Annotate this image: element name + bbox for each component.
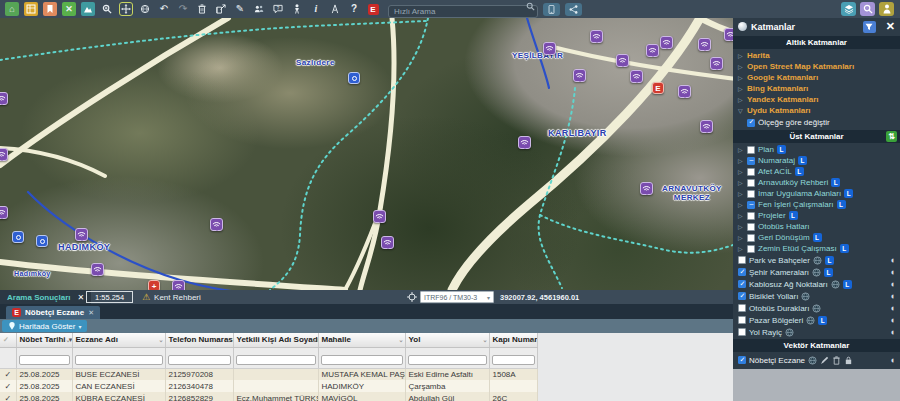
row-select-cell[interactable]: ✓ bbox=[0, 392, 16, 401]
pan-button[interactable] bbox=[119, 2, 133, 16]
opacity-toggle[interactable]: ◐ bbox=[891, 304, 896, 313]
projection-select[interactable]: ITRF96 / TM30-3 ▾ bbox=[420, 291, 494, 303]
table-row[interactable]: ✓25.08.2025KÜBRA ECZANESİ2126852829Ecz.M… bbox=[0, 392, 537, 401]
table-header-cell[interactable]: ✓ bbox=[0, 333, 16, 347]
expander-icon[interactable]: ▷ bbox=[738, 74, 744, 81]
measure-button[interactable] bbox=[328, 2, 342, 16]
wifi-marker[interactable] bbox=[660, 36, 673, 49]
row-select-cell[interactable]: ✓ bbox=[0, 368, 16, 380]
layer-row[interactable]: ▷ProjelerL bbox=[733, 210, 900, 221]
wifi-marker[interactable] bbox=[172, 280, 185, 290]
column-menu-icon[interactable]: ⌄ bbox=[65, 336, 70, 343]
globe-button[interactable] bbox=[138, 2, 152, 16]
wifi-marker[interactable] bbox=[710, 57, 723, 70]
legend-badge[interactable]: L bbox=[824, 268, 833, 277]
layer-row[interactable]: Kablosuz Ağ NoktalarıL◐ bbox=[733, 278, 900, 290]
layer-row[interactable]: ▷PlanL bbox=[733, 144, 900, 155]
layer-row[interactable]: ▷İmar Uygulama AlanlarıL bbox=[733, 188, 900, 199]
table-row[interactable]: ✓25.08.2025BUSE ECZANESİ2125970208MUSTAF… bbox=[0, 368, 537, 380]
layer-checkbox[interactable] bbox=[747, 212, 755, 220]
expander-icon[interactable]: ▷ bbox=[738, 52, 744, 59]
group-button[interactable] bbox=[252, 2, 266, 16]
wifi-marker[interactable] bbox=[630, 70, 643, 83]
expander-icon[interactable]: ▷ bbox=[738, 223, 744, 230]
layer-row[interactable]: ▷Arnavutköy RehberiL bbox=[733, 177, 900, 188]
help-button[interactable]: ? bbox=[347, 2, 361, 16]
show-on-map-button[interactable]: Haritada Göster ▾ bbox=[2, 320, 87, 332]
layer-row[interactable]: ▷NumaratajL bbox=[733, 155, 900, 166]
layer-checkbox[interactable] bbox=[738, 356, 746, 364]
draw-button[interactable]: ✎ bbox=[233, 2, 247, 16]
home-button[interactable]: ⌂ bbox=[5, 2, 19, 16]
filter-input[interactable] bbox=[408, 355, 487, 365]
wifi-marker[interactable] bbox=[616, 54, 629, 67]
legend-badge[interactable]: L bbox=[777, 145, 786, 154]
layers-panel-button[interactable] bbox=[841, 2, 856, 16]
layer-checkbox[interactable] bbox=[747, 201, 755, 209]
search-results-tab[interactable]: Arama Sonuçları ✕ bbox=[0, 290, 91, 304]
wifi-marker[interactable] bbox=[518, 136, 531, 149]
wifi-marker[interactable] bbox=[640, 182, 653, 195]
filter-input[interactable] bbox=[492, 355, 535, 365]
table-header-cell[interactable]: Yetkili Kişi Adı Soyadı⌄ bbox=[233, 333, 318, 347]
layer-checkbox[interactable] bbox=[738, 256, 746, 264]
row-select-cell[interactable]: ✓ bbox=[0, 380, 16, 392]
layer-row[interactable]: ▷Otobüs Hatları bbox=[733, 221, 900, 232]
blue-poi-marker[interactable] bbox=[36, 235, 48, 247]
opacity-toggle[interactable]: ◐ bbox=[891, 356, 896, 365]
layer-checkbox[interactable] bbox=[738, 280, 746, 288]
feedback-button[interactable]: ? bbox=[271, 2, 285, 16]
opacity-toggle[interactable]: ◐ bbox=[891, 292, 896, 301]
delete-button[interactable] bbox=[195, 2, 209, 16]
wifi-marker[interactable] bbox=[543, 42, 556, 55]
opacity-toggle[interactable]: ◐ bbox=[891, 316, 896, 325]
layer-checkbox[interactable] bbox=[747, 146, 755, 154]
expander-icon[interactable]: ▷ bbox=[738, 201, 744, 208]
blue-poi-marker[interactable] bbox=[348, 72, 360, 84]
filter-input[interactable] bbox=[168, 355, 231, 365]
layer-row[interactable]: ▷Geri DönüşümL bbox=[733, 232, 900, 243]
layer-checkbox[interactable] bbox=[738, 268, 746, 276]
column-menu-icon[interactable]: ⌄ bbox=[398, 336, 403, 343]
scale-change-option[interactable]: Ölçeğe göre değiştir bbox=[733, 116, 900, 129]
legend-badge[interactable]: L bbox=[825, 256, 834, 265]
base-layer-row[interactable]: ▷Google Katmanları bbox=[733, 72, 900, 83]
opacity-toggle[interactable]: ◐ bbox=[891, 328, 896, 337]
vector-layer-row[interactable]: Nöbetçi Eczane◐ bbox=[733, 353, 900, 367]
lock-icon[interactable] bbox=[844, 356, 853, 365]
export-button[interactable] bbox=[214, 2, 228, 16]
red-poi-marker[interactable]: E bbox=[652, 82, 664, 94]
layer-checkbox[interactable] bbox=[747, 168, 755, 176]
layer-checkbox[interactable] bbox=[738, 292, 746, 300]
redo-button[interactable]: ↷ bbox=[176, 2, 190, 16]
trash-icon[interactable] bbox=[832, 356, 841, 365]
column-menu-icon[interactable]: ⌄ bbox=[226, 336, 231, 343]
legend-badge[interactable]: L bbox=[844, 189, 853, 198]
filter-input[interactable] bbox=[19, 355, 70, 365]
legend-badge[interactable]: L bbox=[813, 233, 822, 242]
share-button[interactable] bbox=[565, 3, 582, 16]
filter-input[interactable] bbox=[75, 355, 163, 365]
filter-input[interactable] bbox=[236, 355, 316, 365]
legend-badge[interactable]: L bbox=[843, 280, 852, 289]
legend-badge[interactable]: L bbox=[818, 316, 827, 325]
edit-icon[interactable] bbox=[820, 356, 829, 365]
expander-icon[interactable]: ▷ bbox=[738, 245, 744, 252]
legend-badge[interactable]: L bbox=[795, 167, 804, 176]
user-panel-button[interactable] bbox=[879, 2, 894, 16]
info-button[interactable]: i bbox=[309, 2, 323, 16]
expander-icon[interactable]: ▷ bbox=[738, 212, 744, 219]
expander-icon[interactable]: ▷ bbox=[738, 96, 744, 103]
table-header-cell[interactable]: Mahalle⌄ bbox=[318, 333, 405, 347]
layer-checkbox[interactable] bbox=[747, 245, 755, 253]
layer-row[interactable]: Bisiklet Yolları◐ bbox=[733, 290, 900, 302]
expander-icon[interactable]: ▷ bbox=[738, 168, 744, 175]
undo-button[interactable]: ↶ bbox=[157, 2, 171, 16]
layer-row[interactable]: ▷Zemin Etüd ÇalışmasıL bbox=[733, 243, 900, 254]
eczane-button[interactable]: E bbox=[366, 2, 380, 16]
wifi-marker[interactable] bbox=[698, 38, 711, 51]
base-layer-row[interactable]: ▷Yandex Katmanları bbox=[733, 94, 900, 105]
close-tab-icon[interactable]: ✕ bbox=[88, 309, 94, 317]
expander-icon[interactable]: ▷ bbox=[738, 234, 744, 241]
wifi-marker[interactable] bbox=[0, 148, 8, 161]
